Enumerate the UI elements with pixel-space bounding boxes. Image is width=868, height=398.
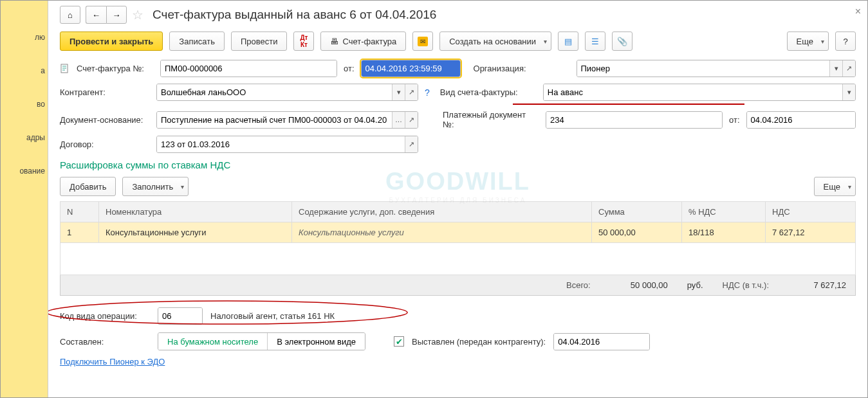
dr-cr-button[interactable]: ДтКт (293, 32, 314, 51)
help-button[interactable]: ? (835, 32, 856, 51)
chevron-down-icon[interactable]: ▾ (829, 60, 842, 77)
sf-no-label: Счет-фактура №: (77, 64, 154, 73)
print-invoice-button[interactable]: 🖶Счет-фактура (320, 32, 406, 51)
pay-date-field[interactable]: ▦ (746, 111, 856, 129)
arrow-left-icon: ← (92, 10, 100, 20)
contract-field[interactable]: ↗ (156, 136, 418, 153)
edo-link[interactable]: Подключить Пионер к ЭДО (60, 357, 165, 366)
back-button[interactable]: ← (86, 6, 106, 24)
fill-button[interactable]: Заполнить (122, 177, 189, 196)
nds-value: 7 627,12 (788, 280, 846, 290)
rail-item[interactable]: адры (26, 133, 45, 142)
create-based-button[interactable]: Создать на основании (439, 32, 551, 51)
red-underline-icon (513, 104, 744, 105)
rail-item[interactable]: лю (35, 33, 45, 42)
page-title: Счет-фактура выданный на аванс 6 от 04.0… (152, 8, 436, 22)
col-sum[interactable]: Сумма (592, 202, 682, 222)
table-more-button[interactable]: Еще (814, 177, 856, 196)
list-icon: ☰ (591, 37, 599, 46)
attach-button[interactable]: 📎 (612, 32, 633, 51)
open-icon[interactable]: ↗ (405, 84, 418, 100)
printer-icon: 🖶 (330, 37, 338, 46)
email-button[interactable]: ✉ (412, 32, 433, 51)
home-button[interactable]: ⌂ (60, 6, 80, 24)
issued-date-field[interactable]: ▦ (553, 333, 650, 350)
col-desc[interactable]: Содержание услуги, доп. сведения (292, 202, 592, 222)
opcode-field[interactable]: … (158, 307, 203, 325)
vat-table: N Номенклатура Содержание услуги, доп. с… (60, 201, 856, 275)
col-nomenclature[interactable]: Номенклатура (99, 202, 292, 222)
date-field[interactable]: ▦ (361, 60, 461, 77)
chevron-down-icon[interactable]: ▾ (842, 84, 855, 100)
rail-item[interactable]: ование (19, 167, 45, 176)
question-icon: ? (843, 37, 847, 46)
paper-toggle[interactable]: На бумажном носителе (158, 333, 268, 350)
topbar: ⌂ ← → ☆ Счет-фактура выданный на аванс 6… (60, 6, 856, 24)
opcode-label: Код вида операции: (60, 311, 150, 321)
open-icon[interactable]: ↗ (405, 112, 418, 128)
issued-label: Выставлен (передан контрагенту): (412, 337, 546, 347)
contragent-help-link[interactable]: ? (425, 87, 430, 98)
org-label: Организация: (474, 64, 570, 73)
basis-field[interactable]: … ↗ (156, 111, 418, 129)
post-and-close-button[interactable]: Провести и закрыть (60, 32, 163, 51)
open-icon[interactable]: ↗ (842, 60, 855, 77)
pay-ot-label: от: (729, 115, 740, 125)
dots-icon[interactable]: … (392, 112, 405, 128)
opcode-desc: Налоговый агент, статья 161 НК (210, 311, 335, 321)
pay-no-field[interactable] (546, 111, 723, 129)
document-icon (60, 64, 70, 74)
rail-item[interactable]: а (41, 66, 45, 75)
open-icon[interactable]: ↗ (405, 136, 418, 152)
forward-button[interactable]: → (106, 6, 127, 24)
electronic-toggle[interactable]: В электронном виде (268, 333, 365, 350)
contract-label: Договор: (60, 140, 150, 149)
ot-label: от: (344, 64, 355, 73)
add-button[interactable]: Добавить (60, 177, 116, 196)
files-button[interactable]: ☰ (585, 32, 605, 51)
more-button[interactable]: Еще (787, 32, 829, 51)
pay-label: Платежный документ №: (443, 110, 539, 129)
close-icon[interactable]: × (855, 6, 861, 17)
save-button[interactable]: Записать (169, 32, 225, 51)
total-label: Всего: (566, 280, 591, 290)
paperclip-icon: 📎 (617, 37, 627, 46)
chevron-down-icon[interactable]: ▾ (392, 84, 405, 100)
issued-checkbox[interactable]: ✔ (394, 336, 404, 347)
left-rail: лю а во адры ование (1, 1, 48, 397)
type-field[interactable]: ▾ (543, 84, 856, 101)
totals-bar: Всего: 50 000,00 руб. НДС (в т.ч.): 7 62… (60, 275, 856, 296)
basis-label: Документ-основание: (60, 115, 150, 125)
sub-toolbar: Добавить Заполнить Еще (60, 177, 856, 196)
sf-no-field[interactable] (160, 60, 337, 77)
main-toolbar: Провести и закрыть Записать Провести ДтК… (60, 32, 856, 51)
post-button[interactable]: Провести (231, 32, 288, 51)
nds-label: НДС (в т.ч.): (723, 280, 770, 290)
contragent-label: Контрагент: (60, 87, 150, 97)
type-label: Вид счета-фактуры: (440, 87, 537, 97)
org-field[interactable]: ▾ ↗ (577, 60, 856, 77)
col-n[interactable]: N (60, 202, 99, 222)
col-vat[interactable]: % НДС (682, 202, 766, 222)
compose-toggle: На бумажном носителе В электронном виде (158, 332, 365, 350)
compose-label: Составлен: (60, 337, 150, 347)
home-icon: ⌂ (68, 10, 73, 20)
favorite-star-icon[interactable]: ☆ (132, 7, 143, 23)
dkt-icon: ДтКт (300, 34, 308, 48)
report-button[interactable]: ▤ (558, 32, 578, 51)
report-icon: ▤ (564, 37, 572, 46)
rail-item[interactable]: во (37, 100, 45, 109)
arrow-right-icon: → (113, 10, 121, 20)
check-icon: ✔ (396, 337, 403, 347)
total-value: 50 000,00 (610, 280, 668, 290)
col-nds[interactable]: НДС (766, 202, 856, 222)
contragent-field[interactable]: ▾ ↗ (156, 84, 418, 101)
currency-label: руб. (687, 280, 703, 290)
envelope-icon: ✉ (418, 37, 428, 46)
table-row[interactable]: 1 Консультационные услуги Консультационн… (60, 222, 856, 243)
section-title: Расшифровка суммы по ставкам НДС (60, 159, 856, 170)
